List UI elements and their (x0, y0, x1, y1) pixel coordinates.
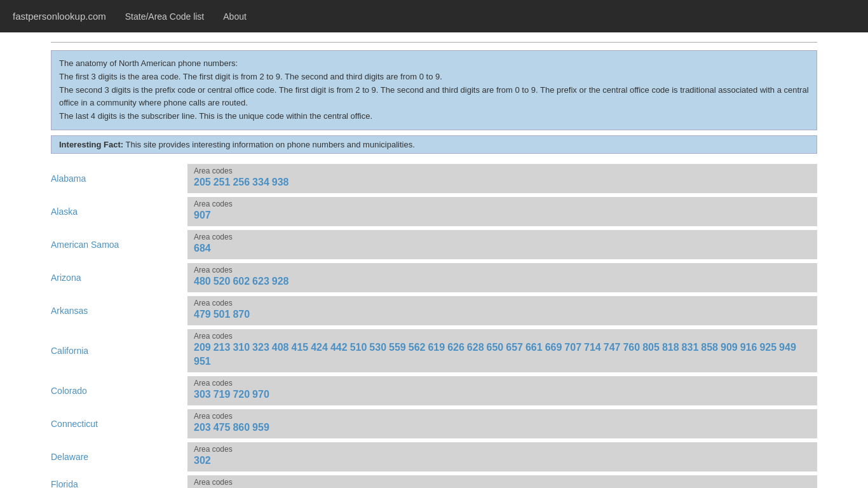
area-code-520[interactable]: 520 (214, 276, 231, 287)
brand-link[interactable]: fastpersonlookup.com (13, 11, 106, 22)
state-name-florida[interactable]: Florida (51, 475, 187, 488)
area-codes-cell: Area codes479501870 (187, 296, 817, 325)
area-code-602[interactable]: 602 (233, 276, 250, 287)
area-code-870[interactable]: 870 (233, 309, 250, 320)
area-code-303[interactable]: 303 (194, 389, 211, 400)
area-code-213[interactable]: 213 (214, 342, 231, 353)
area-code-916[interactable]: 916 (740, 342, 757, 353)
area-code-805[interactable]: 805 (642, 342, 660, 353)
state-name-american-samoa[interactable]: American Samoa (51, 230, 187, 259)
state-row: DelawareArea codes302 (51, 442, 817, 471)
area-code-714[interactable]: 714 (584, 342, 601, 353)
interesting-fact-box: Interesting Fact: This site provides int… (51, 135, 817, 154)
state-row: ArkansasArea codes479501870 (51, 296, 817, 325)
area-code-907[interactable]: 907 (194, 210, 211, 221)
area-code-530[interactable]: 530 (369, 342, 386, 353)
state-row: AlaskaArea codes907 (51, 197, 817, 226)
area-code-628[interactable]: 628 (467, 342, 484, 353)
area-code-323[interactable]: 323 (252, 342, 269, 353)
area-code-480[interactable]: 480 (194, 276, 211, 287)
area-code-747[interactable]: 747 (604, 342, 621, 353)
area-code-501[interactable]: 501 (214, 309, 231, 320)
area-code-860[interactable]: 860 (233, 422, 250, 433)
area-codes-cell: Area codes907 (187, 197, 817, 226)
area-code-818[interactable]: 818 (662, 342, 679, 353)
area-codes-cell: Area codes302 (187, 442, 817, 471)
area-code-619[interactable]: 619 (428, 342, 445, 353)
area-codes-list: 2092133103234084154244425105305595626196… (194, 342, 811, 367)
state-row: ConnecticutArea codes203475860959 (51, 409, 817, 438)
area-code-310[interactable]: 310 (233, 342, 250, 353)
state-row: ArizonaArea codes480520602623928 (51, 263, 817, 292)
area-code-424[interactable]: 424 (311, 342, 328, 353)
state-row: CaliforniaArea codes20921331032340841542… (51, 329, 817, 372)
area-code-562[interactable]: 562 (409, 342, 426, 353)
area-code-949[interactable]: 949 (779, 342, 796, 353)
area-code-203[interactable]: 203 (194, 422, 211, 433)
state-name-connecticut[interactable]: Connecticut (51, 409, 187, 438)
state-name-california[interactable]: California (51, 329, 187, 372)
area-codes-list: 907 (194, 210, 811, 221)
area-code-657[interactable]: 657 (506, 342, 523, 353)
area-code-302[interactable]: 302 (194, 455, 211, 466)
area-code-669[interactable]: 669 (545, 342, 562, 353)
area-code-959[interactable]: 959 (252, 422, 269, 433)
info-line-2: The first 3 digits is the area code. The… (59, 71, 809, 84)
area-codes-cell: Area codes203475860959 (187, 409, 817, 438)
interesting-fact-text: This site provides interesting informati… (123, 140, 415, 149)
area-codes-label: Area codes (194, 233, 811, 241)
area-code-479[interactable]: 479 (194, 309, 211, 320)
area-code-719[interactable]: 719 (214, 389, 231, 400)
area-code-205[interactable]: 205 (194, 177, 211, 188)
state-area-code-list-link[interactable]: State/Area Code list (125, 11, 205, 22)
top-rule (51, 42, 817, 43)
area-code-858[interactable]: 858 (701, 342, 718, 353)
area-code-559[interactable]: 559 (389, 342, 406, 353)
area-code-661[interactable]: 661 (526, 342, 543, 353)
area-code-334[interactable]: 334 (252, 177, 269, 188)
area-code-415[interactable]: 415 (292, 342, 309, 353)
area-codes-cell: Area codes (187, 475, 817, 488)
area-code-951[interactable]: 951 (194, 356, 211, 367)
area-code-970[interactable]: 970 (252, 389, 269, 400)
area-codes-label: Area codes (194, 332, 811, 341)
interesting-fact-bold: Interesting Fact: (59, 140, 123, 149)
state-row: FloridaArea codes (51, 475, 817, 488)
state-name-arkansas[interactable]: Arkansas (51, 296, 187, 325)
state-name-arizona[interactable]: Arizona (51, 263, 187, 292)
area-code-623[interactable]: 623 (252, 276, 269, 287)
area-code-938[interactable]: 938 (272, 177, 289, 188)
main-content: The anatomy of North American phone numb… (0, 32, 868, 488)
area-code-909[interactable]: 909 (721, 342, 738, 353)
state-name-delaware[interactable]: Delaware (51, 442, 187, 471)
area-code-760[interactable]: 760 (623, 342, 640, 353)
state-name-alabama[interactable]: Alabama (51, 164, 187, 193)
state-row: AlabamaArea codes205251256334938 (51, 164, 817, 193)
state-name-alaska[interactable]: Alaska (51, 197, 187, 226)
area-code-650[interactable]: 650 (487, 342, 504, 353)
area-code-510[interactable]: 510 (350, 342, 367, 353)
area-code-442[interactable]: 442 (330, 342, 348, 353)
area-code-626[interactable]: 626 (447, 342, 465, 353)
area-codes-label: Area codes (194, 379, 811, 388)
area-code-251[interactable]: 251 (214, 177, 231, 188)
area-codes-label: Area codes (194, 166, 811, 175)
area-code-928[interactable]: 928 (272, 276, 289, 287)
area-codes-list: 480520602623928 (194, 276, 811, 287)
info-line-3: The second 3 digits is the prefix code o… (59, 84, 809, 111)
area-code-707[interactable]: 707 (564, 342, 581, 353)
area-code-925[interactable]: 925 (759, 342, 776, 353)
area-code-720[interactable]: 720 (233, 389, 250, 400)
area-codes-list: 205251256334938 (194, 177, 811, 188)
state-name-colorado[interactable]: Colorado (51, 376, 187, 405)
area-codes-label: Area codes (194, 200, 811, 208)
area-code-831[interactable]: 831 (682, 342, 699, 353)
area-code-684[interactable]: 684 (194, 243, 211, 254)
info-line-4: The last 4 digits is the subscriber line… (59, 110, 809, 123)
area-code-256[interactable]: 256 (233, 177, 250, 188)
area-code-209[interactable]: 209 (194, 342, 211, 353)
states-container: AlabamaArea codes205251256334938AlaskaAr… (51, 164, 817, 488)
about-link[interactable]: About (223, 11, 247, 22)
area-code-475[interactable]: 475 (214, 422, 231, 433)
area-code-408[interactable]: 408 (272, 342, 289, 353)
